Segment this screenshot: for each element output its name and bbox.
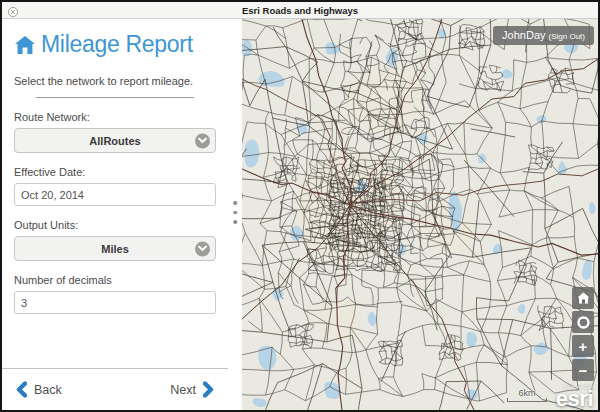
zoom-in-button[interactable]: +: [572, 335, 594, 357]
effective-date-label: Effective Date:: [14, 166, 216, 178]
chevron-down-icon: [195, 133, 210, 148]
home-icon: [577, 292, 590, 304]
output-units-value: Miles: [101, 243, 129, 255]
panel-footer: Back Next: [2, 368, 228, 410]
chevron-right-icon: [203, 381, 215, 398]
scalebar: 6km: [507, 388, 547, 402]
route-network-select[interactable]: AllRoutes: [14, 128, 216, 153]
description-divider: [36, 97, 194, 98]
back-button[interactable]: Back: [15, 381, 62, 398]
esri-wordmark: esri: [556, 390, 593, 409]
output-units-label: Output Units:: [14, 219, 216, 231]
panel-title-row: Mileage Report: [14, 31, 216, 58]
drag-handle-dots-icon: [233, 195, 237, 230]
map-canvas[interactable]: JohnDay (Sign Out) + −: [242, 19, 598, 410]
chevron-left-icon: [15, 381, 27, 398]
chevron-down-icon: [195, 241, 210, 256]
sign-out-label: (Sign Out): [549, 32, 585, 41]
map-attribution: Sources: Esri: [556, 384, 593, 390]
esri-logo: Sources: Esri esri: [556, 384, 593, 409]
page-title: Mileage Report: [41, 31, 193, 58]
next-label: Next: [170, 383, 196, 397]
decimals-label: Number of decimals: [14, 274, 216, 286]
collapse-panel-icon[interactable]: [7, 4, 19, 16]
content-area: Mileage Report Select the network to rep…: [2, 19, 598, 410]
panel-splitter-handle[interactable]: [228, 19, 242, 410]
scalebar-label: 6km: [507, 388, 547, 398]
next-button[interactable]: Next: [170, 381, 215, 398]
decimals-input[interactable]: [14, 291, 216, 314]
titlebar: Esri Roads and Highways: [2, 2, 598, 19]
route-network-value: AllRoutes: [89, 135, 140, 147]
circle-x-icon: [7, 6, 19, 18]
basemap-roads: [242, 19, 598, 410]
app-title: Esri Roads and Highways: [242, 5, 358, 16]
user-name: JohnDay: [502, 29, 545, 41]
route-network-label: Route Network:: [14, 111, 216, 123]
locate-icon: [576, 315, 591, 330]
panel-description: Select the network to report mileage.: [14, 75, 216, 87]
output-units-select[interactable]: Miles: [14, 236, 216, 261]
effective-date-input[interactable]: [14, 183, 216, 206]
mileage-report-panel: Mileage Report Select the network to rep…: [2, 19, 228, 410]
home-extent-button[interactable]: [572, 287, 594, 309]
zoom-out-button[interactable]: −: [572, 359, 594, 381]
map-controls: + −: [572, 287, 594, 381]
home-icon: [14, 35, 36, 55]
back-label: Back: [34, 383, 62, 397]
user-sign-out-button[interactable]: JohnDay (Sign Out): [493, 26, 594, 45]
locate-button[interactable]: [572, 311, 594, 333]
app-window: Esri Roads and Highways Mileage Report S…: [0, 0, 600, 412]
scalebar-line: [507, 398, 547, 402]
